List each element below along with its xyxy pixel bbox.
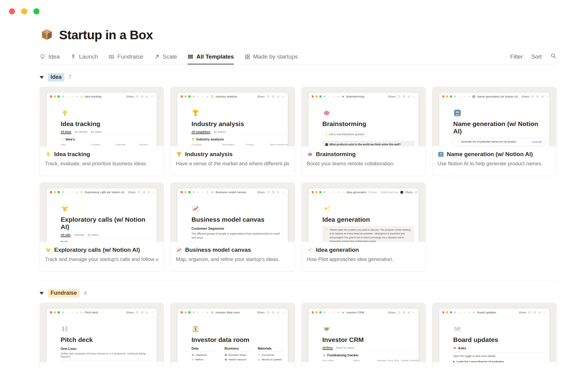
- collapse-triangle-icon[interactable]: [40, 76, 44, 79]
- bank-icon: $: [176, 367, 182, 368]
- mini-column-header: Capital Committed: [401, 359, 419, 362]
- mini-traffic-light: [188, 311, 190, 313]
- clock-icon: [533, 311, 536, 314]
- template-card-name-generation-w-notion-ai[interactable]: ABCDName generation (w/ Notion AI)ShareA…: [432, 87, 556, 176]
- clock-icon: [272, 191, 275, 194]
- close-button[interactable]: [9, 8, 15, 14]
- card-title: Board updates: [447, 367, 488, 368]
- template-card-investor-data-room[interactable]: $Investor data roomShare$Investor data r…: [170, 303, 295, 368]
- mini-page: Exploratory calls (w/ Notion AI)All call…: [47, 196, 157, 242]
- template-card-idea-generation[interactable]: Idea generationPrivateEdited just nowSha…: [301, 182, 426, 272]
- template-card-industry-analysis[interactable]: Industry analysisShareIndustry analysisA…: [170, 87, 295, 176]
- search-icon[interactable]: [550, 53, 556, 60]
- trophy-icon: [191, 109, 200, 117]
- card-description: How Pilot approaches idea generation.: [307, 256, 420, 262]
- plus-icon: [206, 311, 209, 314]
- sort-button[interactable]: Sort: [531, 53, 542, 60]
- rocket-icon: [70, 54, 76, 60]
- minimize-button[interactable]: [21, 8, 27, 14]
- section-divider: [40, 280, 556, 280]
- dots-icon: [150, 311, 153, 314]
- section-count: 7: [68, 74, 71, 81]
- mini-view-tab: All calls: [61, 233, 70, 236]
- tab-launch[interactable]: Launch: [70, 49, 98, 64]
- tab-label: Idea: [48, 53, 60, 60]
- mini-breadcrumb: Investor data room: [216, 311, 240, 314]
- card-title-row: Pitch deck: [45, 367, 158, 368]
- mini-generate-button: Generate: [532, 140, 542, 143]
- mini-callout-text: Please state the problem you want to dis…: [330, 228, 412, 242]
- chart-up-icon: [211, 191, 214, 194]
- mini-traffic-light: [312, 191, 314, 193]
- mini-column-header: Solution: [139, 143, 157, 146]
- card-description: Track, evaluate, and prioritize business…: [45, 161, 158, 167]
- mini-divider: [453, 352, 544, 353]
- grid-filled-icon: [187, 54, 194, 60]
- tab-made-by-startups[interactable]: Made by startups: [244, 49, 298, 64]
- mini-page-title: Idea tracking: [61, 120, 153, 128]
- dots-icon: [412, 95, 415, 98]
- star-icon: [147, 191, 150, 194]
- svg-text:$: $: [195, 328, 196, 331]
- chev-left-icon: [66, 191, 69, 194]
- mini-page-title: Industry analysis: [191, 120, 284, 128]
- tab-label: Fundraise: [117, 53, 143, 60]
- star-icon: [145, 95, 149, 98]
- mini-traffic-light: [450, 95, 452, 98]
- tab-all-templates[interactable]: All Templates: [187, 49, 234, 64]
- mini-link-item: Minutes & updates: [258, 358, 284, 361]
- plus-icon: [337, 311, 340, 314]
- mini-breadcrumb: Name generation (w/ Notion AI): [477, 95, 518, 98]
- page-icon: [258, 354, 260, 356]
- card-title-row: Investor CRM: [307, 367, 420, 368]
- collapse-triangle-icon[interactable]: [40, 292, 44, 295]
- section-badge: Fundraise: [48, 289, 80, 297]
- star-icon: [538, 311, 541, 314]
- lightbulb-icon: [325, 133, 328, 136]
- template-card-pitch-deck[interactable]: Pitch deckSharePitch deckOne-LinerDefine…: [40, 303, 164, 368]
- template-card-business-model-canvas[interactable]: Business model canvasShareBusiness model…: [170, 182, 295, 272]
- abcd-icon: ABCD: [438, 151, 444, 158]
- chev-right-icon: [71, 95, 74, 98]
- dots-icon: [281, 191, 285, 194]
- mini-traffic-light: [312, 95, 314, 98]
- template-card-exploratory-calls-w-notion-ai[interactable]: Exploratory calls (w/ Notion AI)ShareExp…: [40, 182, 164, 272]
- mini-breadcrumb: Brainstorming: [346, 95, 364, 98]
- tab-fundraise[interactable]: Fundraise: [108, 49, 143, 64]
- trophy-icon: [176, 151, 182, 158]
- card-preview: Pitch deckSharePitch deckOne-LinerDefine…: [40, 303, 164, 362]
- mini-edited-label: Edited just now: [381, 191, 398, 194]
- tab-idea[interactable]: Idea: [40, 49, 60, 64]
- chart-up-icon: [176, 247, 182, 253]
- plus-icon: [468, 95, 470, 98]
- card-description: Map, organize, and refine your startup's…: [176, 256, 289, 262]
- template-card-brainstorming[interactable]: BrainstormingShareBrainstormingAdd a new…: [301, 87, 426, 176]
- mini-page: Board updatesAsksOpen the toggle to view…: [439, 316, 549, 362]
- chev-right-icon: [202, 311, 204, 314]
- mini-traffic-light: [315, 95, 318, 98]
- template-card-idea-tracking[interactable]: Idea trackingShareIdea trackingAll ideas…: [40, 87, 164, 176]
- mini-page-title: Investor data room: [191, 336, 284, 343]
- filter-button[interactable]: Filter: [510, 53, 523, 60]
- mini-question-text: What products exist in the world we thin…: [330, 143, 401, 146]
- card-footer: BrainstormingBoost your teams remote col…: [302, 146, 425, 167]
- template-card-investor-crm[interactable]: Investor CRMShareInvestor CRMAll firmsBo…: [301, 303, 426, 368]
- mini-section-title: Asks: [453, 346, 546, 350]
- mini-page-title: Name generation (w/ Notion AI): [453, 120, 546, 135]
- zoom-button[interactable]: [33, 8, 40, 14]
- tab-label: Scale: [163, 53, 177, 60]
- menu-icon: [323, 311, 326, 314]
- card-title: Idea generation: [316, 247, 359, 253]
- mini-page: BrainstormingAdd a new brainstorm questi…: [308, 100, 419, 146]
- card-title-row: $Investor data room: [176, 367, 289, 368]
- mini-section-text: Fundraising tracker: [327, 353, 359, 357]
- template-card-board-updates[interactable]: Board updatesShareBoard updatesAsksOpen …: [432, 303, 556, 368]
- mini-traffic-light: [50, 191, 52, 193]
- mini-italic-text: Define your company and your mission in …: [61, 352, 153, 358]
- chev-right-icon: [202, 95, 204, 98]
- card-preview: ABCDName generation (w/ Notion AI)ShareA…: [432, 87, 556, 146]
- card-title-row: Brainstorming: [307, 151, 420, 158]
- tab-scale[interactable]: Scale: [154, 49, 177, 64]
- card-title-row: Board updates: [438, 367, 551, 368]
- mini-traffic-light: [50, 311, 52, 313]
